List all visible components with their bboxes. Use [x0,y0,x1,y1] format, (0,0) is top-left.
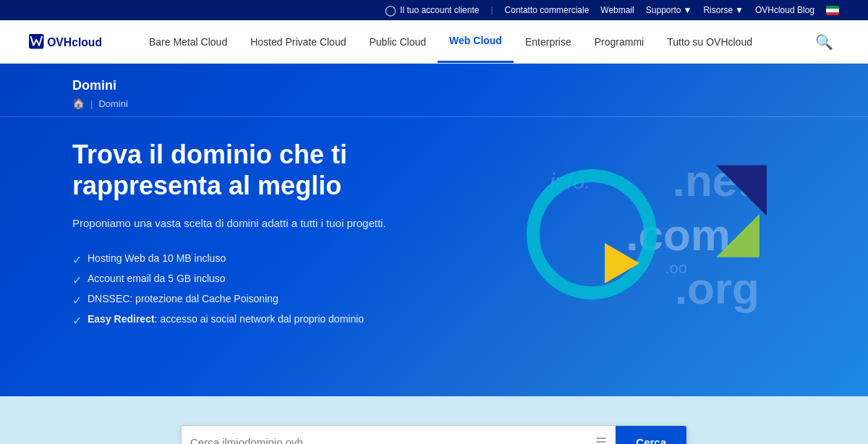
hero-subtitle: Proponiamo una vasta scelta di domini ad… [72,215,477,232]
breadcrumb-current: Domini [98,98,127,109]
logo-area[interactable]: OVHcloud [29,24,109,60]
feature-redirect-bold: Easy Redirect [88,313,155,325]
search-button[interactable]: 🔍 [809,27,839,56]
blog-link[interactable]: OVHcloud Blog [755,5,814,15]
resources-link[interactable]: Risorse [703,5,733,15]
breadcrumb-separator: | [90,98,93,109]
hero-content: Trova il dominio che ti rappresenta al m… [0,139,868,330]
check-icon-4: ✓ [72,314,82,328]
resources-dropdown[interactable]: Risorse ▼ [703,5,744,15]
page-title: Domini [72,78,796,93]
feature-email-text: Account email da 5 GB incluso [88,273,226,284]
feature-redirect-text: Easy Redirect: accesso ai social network… [88,313,364,325]
domain-org-text: .org [675,262,760,314]
nav-item-public-cloud[interactable]: Public Cloud [357,22,438,62]
domain-art: info. .net .com .org .oo [514,148,774,321]
nav-item-enterprise[interactable]: Enterprise [514,22,583,62]
feature-dnssec: ✓ DNSSEC: protezione dal Cache Poisoning [72,290,477,310]
feature-hosting: ✓ Hosting Web da 10 MB incluso [72,249,477,270]
feature-redirect-rest: : accesso ai social network dal proprio … [155,313,364,325]
divider1: | [490,5,493,15]
svg-text:OVHcloud: OVHcloud [47,36,102,48]
user-icon: ◯ [385,4,396,16]
triangle-yellow-icon [605,243,639,283]
search-icon: 🔍 [815,34,833,50]
breadcrumb: 🏠 | Domini [72,98,796,109]
search-input[interactable] [190,426,590,444]
support-link[interactable]: Supporto [646,5,681,15]
search-bar: ☰ Cerca [181,425,687,444]
breadcrumb-section: Domini 🏠 | Domini [0,64,868,117]
check-icon-2: ✓ [72,273,82,287]
home-icon[interactable]: 🏠 [72,98,85,109]
search-button-cta[interactable]: Cerca [616,426,686,444]
logo: OVHcloud [29,31,109,53]
search-section: ☰ Cerca Scegli il tuo dominio | Trasferi… [0,396,868,444]
domain-oo-text: .oo [665,259,687,278]
nav-item-tutto[interactable]: Tutto su OVHcloud [655,22,764,62]
nav-item-web-cloud[interactable]: Web Cloud [438,20,514,63]
support-chevron-icon: ▼ [683,5,692,15]
nav-item-hosted-private[interactable]: Hosted Private Cloud [239,22,357,62]
check-icon-3: ✓ [72,294,82,307]
hero-text: Trova il dominio che ti rappresenta al m… [72,139,477,330]
feature-dnssec-text: DNSSEC: protezione dal Cache Poisoning [88,293,278,304]
commercial-link[interactable]: Contatto commerciale [505,5,590,15]
feature-redirect: ✓ Easy Redirect: accesso ai social netwo… [72,310,477,330]
webmail-link[interactable]: Webmail [600,5,634,15]
top-bar: ◯ Il tuo account cliente | Contatto comm… [0,0,868,20]
hero-illustration: info. .net .com .org .oo [506,140,781,328]
nav-links: Bare Metal Cloud Hosted Private Cloud Pu… [137,20,809,63]
feature-hosting-text: Hosting Web da 10 MB incluso [88,252,226,264]
flag-icon[interactable] [826,6,839,15]
account-area[interactable]: ◯ Il tuo account cliente [385,4,479,16]
resources-chevron-icon: ▼ [735,5,744,15]
hero-features: ✓ Hosting Web da 10 MB incluso ✓ Account… [72,249,477,330]
nav-item-programmi[interactable]: Programmi [583,22,655,62]
nav-item-bare-metal[interactable]: Bare Metal Cloud [137,22,239,62]
hero-title: Trova il dominio che ti rappresenta al m… [72,139,477,201]
check-icon-1: ✓ [72,253,82,267]
account-link[interactable]: Il tuo account cliente [400,5,479,15]
main-nav: OVHcloud Bare Metal Cloud Hosted Private… [0,20,868,64]
search-input-wrap: ☰ [182,426,616,444]
list-icon[interactable]: ☰ [595,435,607,445]
hero-section: Domini 🏠 | Domini Trova il dominio che t… [0,64,868,396]
feature-email: ✓ Account email da 5 GB incluso [72,270,477,290]
support-dropdown[interactable]: Supporto ▼ [646,5,692,15]
